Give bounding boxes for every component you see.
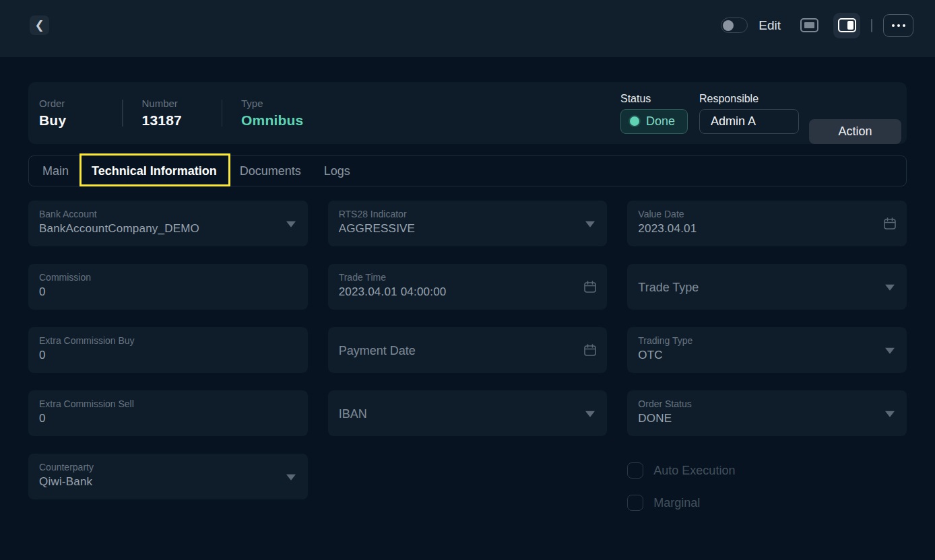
tab-documents[interactable]: Documents (228, 156, 313, 186)
field-order-status[interactable]: Order Status DONE (627, 390, 907, 436)
number-value: 13187 (142, 112, 203, 129)
field-counterparty[interactable]: Counterparty Qiwi-Bank (28, 454, 308, 499)
status-dot-icon (630, 116, 639, 126)
chevron-down-icon (885, 348, 895, 354)
tab-logs[interactable]: Logs (313, 156, 362, 186)
divider (122, 100, 123, 127)
field-value-date[interactable]: Value Date 2023.04.01 (627, 201, 907, 246)
order-label: Order (39, 98, 103, 109)
calendar-icon (583, 343, 598, 357)
more-options-button[interactable] (883, 14, 913, 37)
responsible-field: Responsible (699, 93, 799, 134)
empty-cell (328, 454, 608, 499)
layout-split-button[interactable] (833, 13, 860, 38)
order-value: Buy (39, 112, 103, 129)
status-label: Status (620, 93, 688, 105)
technical-info-form: Bank Account BankAccountCompany_DEMO RTS… (28, 201, 907, 511)
order-field: Order Buy (39, 98, 103, 129)
field-commission[interactable]: Commission 0 (28, 264, 308, 310)
layout-split-icon (838, 18, 856, 32)
type-label: Type (241, 98, 303, 109)
back-button[interactable]: ❮ (30, 15, 49, 35)
field-rts28-indicator[interactable]: RTS28 Indicator AGGRESSIVE (328, 201, 608, 246)
layout-full-button[interactable] (796, 13, 823, 38)
type-field: Type Omnibus (241, 98, 303, 129)
order-header-card: Order Buy Number 13187 Type Omnibus Stat… (28, 82, 907, 144)
ellipsis-icon (892, 24, 895, 27)
chevron-down-icon (885, 411, 895, 417)
responsible-label: Responsible (699, 93, 799, 105)
checkbox-group: Auto Execution Marginal (627, 454, 907, 511)
status-badge[interactable]: Done (620, 109, 688, 134)
divider (222, 100, 223, 127)
field-trading-type[interactable]: Trading Type OTC (627, 327, 907, 373)
divider (871, 19, 872, 32)
number-field: Number 13187 (142, 98, 203, 129)
checkbox-auto-execution[interactable]: Auto Execution (627, 462, 907, 479)
status-field: Status Done (620, 93, 688, 134)
chevron-down-icon (885, 285, 895, 291)
chevron-down-icon (286, 475, 296, 481)
tabbar: Main Technical Information Documents Log… (28, 155, 907, 186)
field-iban[interactable]: IBAN (328, 390, 608, 436)
field-extra-commission-buy[interactable]: Extra Commission Buy 0 (28, 327, 308, 373)
field-trade-type[interactable]: Trade Type (627, 264, 907, 310)
edit-label: Edit (759, 18, 781, 33)
tab-technical-information[interactable]: Technical Information (80, 156, 228, 186)
chevron-down-icon (286, 221, 296, 228)
tab-main[interactable]: Main (31, 156, 80, 186)
checkbox-icon (627, 495, 643, 511)
toggle-knob (723, 20, 734, 31)
number-label: Number (142, 98, 203, 109)
type-value: Omnibus (241, 112, 303, 129)
chevron-down-icon (585, 221, 595, 228)
field-extra-commission-sell[interactable]: Extra Commission Sell 0 (28, 390, 308, 436)
field-trade-time[interactable]: Trade Time 2023.04.01 04:00:00 (328, 264, 608, 310)
calendar-icon (882, 216, 897, 231)
field-bank-account[interactable]: Bank Account BankAccountCompany_DEMO (28, 201, 308, 246)
checkbox-marginal[interactable]: Marginal (627, 495, 907, 511)
field-payment-date[interactable]: Payment Date (328, 327, 608, 373)
layout-full-icon (800, 18, 818, 32)
responsible-input[interactable] (699, 109, 799, 134)
chevron-left-icon: ❮ (34, 18, 44, 32)
status-value: Done (646, 114, 675, 129)
checkbox-icon (627, 462, 643, 479)
calendar-icon (583, 279, 598, 294)
edit-toggle[interactable] (721, 18, 748, 33)
chevron-down-icon (585, 411, 595, 417)
topbar: ❮ Edit (0, 0, 935, 57)
action-button[interactable]: Action (809, 119, 901, 144)
